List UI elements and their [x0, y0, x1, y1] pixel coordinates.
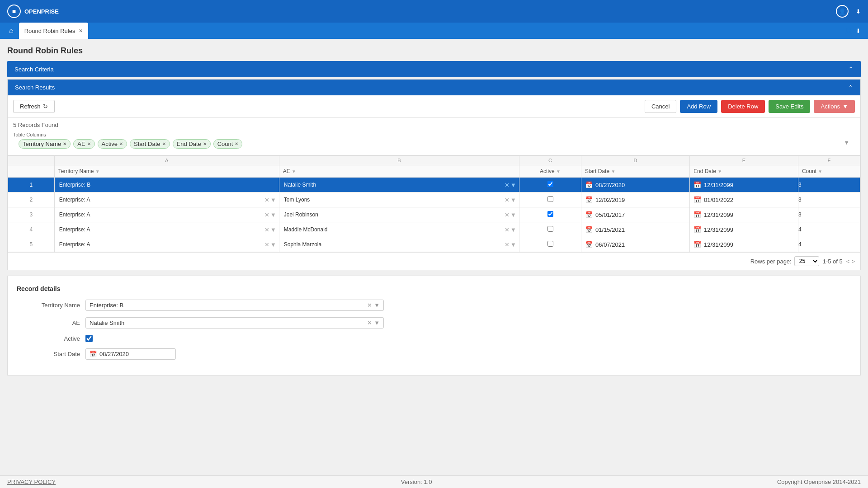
territory-dd-5[interactable]: ▼	[270, 241, 276, 248]
tab-round-robin-rules[interactable]: Round Robin Rules ✕	[19, 23, 89, 39]
table-row[interactable]: 5Enterprise: A✕▼Sophia Marzola✕▼📅06/07/2…	[8, 237, 860, 252]
next-page-icon[interactable]: >	[851, 258, 855, 265]
tab-user-icon[interactable]: 👤	[845, 28, 852, 34]
ae-dd-5[interactable]: ▼	[510, 241, 516, 248]
territory-clear-icon[interactable]: ✕	[367, 302, 372, 309]
territory-clear-4[interactable]: ✕	[264, 226, 269, 233]
refresh-button[interactable]: Refresh ↻	[13, 100, 55, 113]
tab-download-icon[interactable]: ⬇	[856, 28, 861, 34]
table-row[interactable]: 1Enterprise: BNatalie Smith✕▼📅08/27/2020…	[8, 178, 860, 192]
row-start-4[interactable]: 📅01/15/2021	[581, 222, 690, 237]
ae-clear-icon[interactable]: ✕	[367, 319, 372, 326]
col-header-active[interactable]: Active ▼	[519, 165, 581, 178]
cancel-button[interactable]: Cancel	[645, 100, 676, 113]
tag-territory-name-remove[interactable]: ✕	[63, 141, 66, 146]
search-results-header[interactable]: Search Results ⌃	[8, 80, 860, 95]
tag-territory-name[interactable]: Territory Name ✕	[19, 139, 71, 149]
prev-page-icon[interactable]: <	[846, 258, 850, 265]
row-ae-4[interactable]: Maddie McDonald✕▼	[279, 222, 519, 237]
tag-count-remove[interactable]: ✕	[235, 141, 238, 146]
row-end-4[interactable]: 📅12/31/2099	[689, 222, 798, 237]
tag-start-date[interactable]: Start Date ✕	[130, 139, 170, 149]
ae-clear-3[interactable]: ✕	[505, 211, 509, 218]
ae-dd-3[interactable]: ▼	[510, 211, 516, 218]
tag-start-date-remove[interactable]: ✕	[162, 141, 166, 146]
row-territory-1[interactable]: Enterprise: B	[54, 178, 279, 192]
table-row[interactable]: 4Enterprise: A✕▼Maddie McDonald✕▼📅01/15/…	[8, 222, 860, 237]
add-row-button[interactable]: Add Row	[680, 100, 717, 113]
tag-end-date[interactable]: End Date ✕	[173, 139, 211, 149]
ae-dd-1[interactable]: ▼	[510, 182, 516, 188]
column-settings-icon[interactable]: ▼	[844, 139, 849, 149]
table-row[interactable]: 2Enterprise: A✕▼Tom Lyons✕▼📅12/02/2019📅0…	[8, 192, 860, 207]
ae-clear-2[interactable]: ✕	[505, 197, 509, 203]
tag-end-date-remove[interactable]: ✕	[203, 141, 207, 146]
home-icon[interactable]: ⌂	[4, 23, 19, 39]
territory-dd-3[interactable]: ▼	[270, 211, 276, 218]
col-header-territory[interactable]: Territory Name ▼	[54, 165, 279, 178]
territory-dropdown-icon[interactable]: ▼	[374, 302, 380, 309]
row-active-1[interactable]	[519, 178, 581, 192]
row-ae-1[interactable]: Natalie Smith✕▼	[279, 178, 519, 192]
row-active-3[interactable]	[519, 207, 581, 222]
row-active-2[interactable]	[519, 192, 581, 207]
col-header-ae[interactable]: AE ▼	[279, 165, 519, 178]
ae-dd-4[interactable]: ▼	[510, 226, 516, 233]
delete-row-button[interactable]: Delete Row	[721, 100, 765, 113]
active-cb-5[interactable]	[547, 241, 553, 247]
tab-close-icon[interactable]: ✕	[79, 28, 83, 34]
territory-clear-3[interactable]: ✕	[264, 211, 269, 218]
col-header-start-date[interactable]: Start Date ▼	[581, 165, 690, 178]
start-date-input[interactable]: 📅 08/27/2020	[85, 348, 176, 360]
row-end-5[interactable]: 📅12/31/2099	[689, 237, 798, 252]
active-cb-2[interactable]	[547, 196, 553, 202]
tag-count[interactable]: Count ✕	[213, 139, 243, 149]
ae-input[interactable]: Natalie Smith ✕ ▼	[85, 317, 384, 328]
search-criteria-header[interactable]: Search Criteria ⌃	[7, 61, 861, 77]
row-start-5[interactable]: 📅06/07/2021	[581, 237, 690, 252]
tag-active[interactable]: Active ✕	[98, 139, 127, 149]
ae-clear-4[interactable]: ✕	[505, 226, 509, 233]
row-end-1[interactable]: 📅12/31/2099	[689, 178, 798, 192]
table-row[interactable]: 3Enterprise: A✕▼Joel Robinson✕▼📅05/01/20…	[8, 207, 860, 222]
privacy-policy-link[interactable]: PRIVACY POLICY	[7, 479, 56, 485]
ae-clear-5[interactable]: ✕	[505, 241, 509, 248]
active-cb-3[interactable]	[547, 211, 553, 217]
row-end-3[interactable]: 📅12/31/2099	[689, 207, 798, 222]
actions-button[interactable]: Actions ▼	[814, 100, 855, 113]
row-territory-3[interactable]: Enterprise: A✕▼	[54, 207, 279, 222]
ae-dropdown-icon[interactable]: ▼	[374, 319, 380, 326]
row-ae-3[interactable]: Joel Robinson✕▼	[279, 207, 519, 222]
row-territory-5[interactable]: Enterprise: A✕▼	[54, 237, 279, 252]
territory-dd-2[interactable]: ▼	[270, 197, 276, 203]
row-active-4[interactable]	[519, 222, 581, 237]
active-cb-1[interactable]	[547, 181, 553, 187]
active-checkbox[interactable]	[85, 335, 93, 342]
tag-active-remove[interactable]: ✕	[119, 141, 123, 146]
row-territory-2[interactable]: Enterprise: A✕▼	[54, 192, 279, 207]
col-header-end-date[interactable]: End Date ▼	[689, 165, 798, 178]
row-end-2[interactable]: 📅01/01/2022	[689, 192, 798, 207]
col-end-sort-icon: ▼	[717, 169, 722, 174]
save-edits-button[interactable]: Save Edits	[769, 100, 810, 113]
row-ae-5[interactable]: Sophia Marzola✕▼	[279, 237, 519, 252]
row-start-3[interactable]: 📅05/01/2017	[581, 207, 690, 222]
territory-clear-2[interactable]: ✕	[264, 197, 269, 203]
row-ae-2[interactable]: Tom Lyons✕▼	[279, 192, 519, 207]
territory-dd-4[interactable]: ▼	[270, 226, 276, 233]
territory-clear-5[interactable]: ✕	[264, 241, 269, 248]
ae-dd-2[interactable]: ▼	[510, 197, 516, 203]
row-active-5[interactable]	[519, 237, 581, 252]
row-territory-4[interactable]: Enterprise: A✕▼	[54, 222, 279, 237]
download-icon[interactable]: ⬇	[856, 8, 861, 15]
row-start-2[interactable]: 📅12/02/2019	[581, 192, 690, 207]
active-cb-4[interactable]	[547, 226, 553, 232]
user-icon[interactable]: 👤	[836, 5, 849, 18]
row-start-1[interactable]: 📅08/27/2020	[581, 178, 690, 192]
ae-clear-1[interactable]: ✕	[505, 182, 509, 188]
tag-ae-remove[interactable]: ✕	[87, 141, 91, 146]
col-header-count[interactable]: Count ▼	[798, 165, 860, 178]
rows-per-page-select[interactable]: 25 50 100	[794, 256, 819, 266]
territory-name-input[interactable]: Enterprise: B ✕ ▼	[85, 300, 384, 311]
tag-ae[interactable]: AE ✕	[73, 139, 94, 149]
